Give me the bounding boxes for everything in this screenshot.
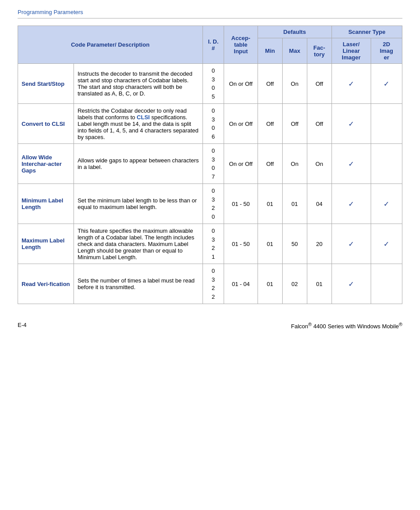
th-max: Max: [282, 38, 307, 64]
cell-factory: Off: [307, 64, 332, 104]
page-header: Programming Parameters: [18, 9, 402, 18]
cell-desc: This feature specifies the maximum allow…: [74, 224, 203, 264]
cell-min: 01: [258, 264, 282, 304]
cell-input: On or Off: [224, 144, 258, 184]
checkmark-2d-icon: ✓: [383, 80, 389, 88]
footer-right: Falcon® 4400 Series with Windows Mobile®: [291, 322, 402, 330]
cell-laser: ✓: [332, 184, 371, 224]
cell-2d: [371, 144, 402, 184]
cell-id: 0321: [203, 224, 224, 264]
cell-2d: [371, 264, 402, 304]
cell-laser: ✓: [332, 64, 371, 104]
table-row: Allow Wide Interchar-​acter GapsAllows w…: [18, 144, 402, 184]
cell-param: Convert to CLSI: [18, 104, 74, 144]
table-row: Convert to CLSIRestricts the Codabar dec…: [18, 104, 402, 144]
th-id: I. D. #: [203, 26, 224, 64]
checkmark-laser-icon: ✓: [348, 80, 354, 88]
parameters-table: Code Parameter/ Description I. D. # Acce…: [18, 26, 402, 304]
cell-laser: ✓: [332, 144, 371, 184]
table-row: Read Veri-​ficationSets the number of ti…: [18, 264, 402, 304]
cell-factory: Off: [307, 104, 332, 144]
cell-param: Minimum Label Length: [18, 184, 74, 224]
cell-param: Read Veri-​fication: [18, 264, 74, 304]
cell-desc: Instructs the decoder to transmit the de…: [74, 64, 203, 104]
cell-input: On or Off: [224, 104, 258, 144]
cell-2d: ✓: [371, 224, 402, 264]
cell-2d: [371, 104, 402, 144]
cell-input: 01 - 04: [224, 264, 258, 304]
cell-id: 0306: [203, 104, 224, 144]
footer-left: E-4: [18, 322, 26, 330]
cell-desc: Set the minimum label length to be less …: [74, 184, 203, 224]
cell-param: Send Start/​Stop: [18, 64, 74, 104]
cell-factory: On: [307, 144, 332, 184]
cell-laser: ✓: [332, 104, 371, 144]
table-row: Minimum Label LengthSet the minimum labe…: [18, 184, 402, 224]
cell-desc: Sets the number of times a label must be…: [74, 264, 203, 304]
checkmark-laser-icon: ✓: [348, 120, 354, 128]
table-row: Send Start/​StopInstructs the decoder to…: [18, 64, 402, 104]
checkmark-laser-icon: ✓: [348, 200, 354, 208]
cell-laser: ✓: [332, 224, 371, 264]
page-title: Programming Parameters: [18, 9, 83, 15]
cell-min: Off: [258, 64, 282, 104]
cell-2d: ✓: [371, 184, 402, 224]
th-min: Min: [258, 38, 282, 64]
cell-max: 02: [282, 264, 307, 304]
cell-desc: Restricts the Codabar decoder to only re…: [74, 104, 203, 144]
page-footer: E-4 Falcon® 4400 Series with Windows Mob…: [18, 322, 402, 330]
cell-max: On: [282, 144, 307, 184]
cell-id: 0305: [203, 64, 224, 104]
th-laser: Laser/LinearImager: [332, 38, 371, 64]
cell-max: 01: [282, 184, 307, 224]
cell-min: Off: [258, 104, 282, 144]
th-factory: Fac-tory: [307, 38, 332, 64]
th-param: Code Parameter/ Description: [18, 26, 203, 64]
th-2d: 2DImager: [371, 38, 402, 64]
cell-max: Off: [282, 104, 307, 144]
th-scanner-type: Scanner Type: [332, 26, 402, 38]
table-row: Maximum Label LengthThis feature specifi…: [18, 224, 402, 264]
th-defaults: Defaults: [258, 26, 332, 38]
cell-id: 0320: [203, 184, 224, 224]
checkmark-laser-icon: ✓: [348, 160, 354, 168]
cell-desc: Allows wide gaps to appear between chara…: [74, 144, 203, 184]
checkmark-2d-icon: ✓: [383, 200, 389, 208]
cell-factory: 01: [307, 264, 332, 304]
checkmark-2d-icon: ✓: [383, 240, 389, 248]
cell-param: Allow Wide Interchar-​acter Gaps: [18, 144, 74, 184]
cell-factory: 20: [307, 224, 332, 264]
th-input: Accep-tableInput: [224, 26, 258, 64]
cell-factory: 04: [307, 184, 332, 224]
cell-input: On or Off: [224, 64, 258, 104]
cell-max: 50: [282, 224, 307, 264]
cell-laser: ✓: [332, 264, 371, 304]
cell-id: 0307: [203, 144, 224, 184]
checkmark-laser-icon: ✓: [348, 280, 354, 288]
cell-input: 01 - 50: [224, 184, 258, 224]
cell-min: Off: [258, 144, 282, 184]
cell-id: 0322: [203, 264, 224, 304]
cell-min: 01: [258, 224, 282, 264]
cell-max: On: [282, 64, 307, 104]
cell-param: Maximum Label Length: [18, 224, 74, 264]
cell-min: 01: [258, 184, 282, 224]
cell-2d: ✓: [371, 64, 402, 104]
checkmark-laser-icon: ✓: [348, 240, 354, 248]
cell-input: 01 - 50: [224, 224, 258, 264]
